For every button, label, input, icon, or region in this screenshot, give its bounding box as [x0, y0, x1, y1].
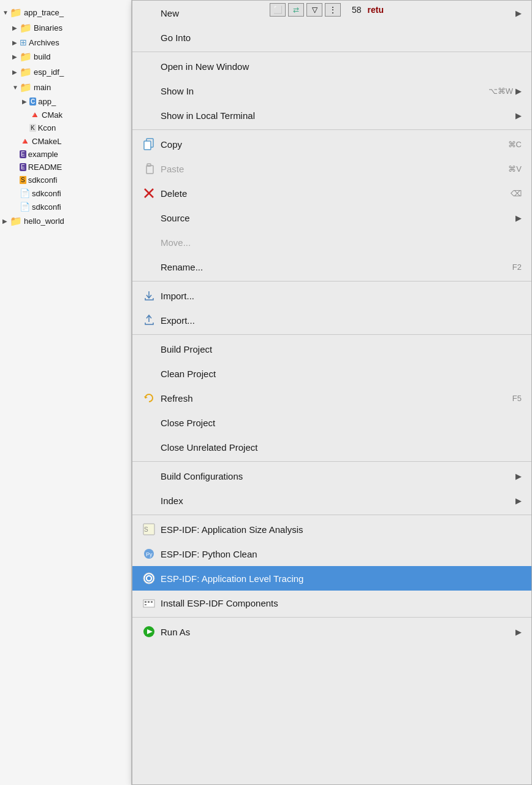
menu-separator [132, 461, 531, 462]
menu-item-close_unrelated[interactable]: Close Unrelated Project [132, 435, 531, 459]
svg-rect-3 [147, 164, 151, 166]
tree-label: sdkconfi [32, 202, 61, 212]
tree-item-sdkconfi3[interactable]: 📄sdkconfi [0, 200, 131, 213]
submenu-arrow-icon: ▶ [515, 472, 522, 481]
menu-item-show_in[interactable]: Show In⌥⌘W▶ [132, 78, 531, 103]
toolbar: ⬜ ⇄ ▽ ⋮ 58 retu [270, 0, 384, 20]
menu-item-move[interactable]: Move... [132, 230, 531, 255]
menu-item-esp_app_trace[interactable]: ESP-IDF: Application Level Tracing [132, 566, 531, 591]
svg-rect-18 [148, 601, 150, 603]
menu-item-build_configs[interactable]: Build Configurations▶ [132, 464, 531, 488]
esp-python-icon: Py [142, 547, 156, 561]
menu-item-index[interactable]: Index▶ [132, 488, 531, 513]
menu-item-go_into[interactable]: Go Into [132, 25, 531, 50]
menu-item-refresh[interactable]: RefreshF5 [132, 386, 531, 410]
submenu-arrow-icon: ▶ [515, 111, 522, 120]
menu-item-esp_install[interactable]: Install ESP-IDF Components [132, 591, 531, 615]
tree-label: Binaries [34, 23, 63, 33]
line-number: 58 [352, 5, 362, 15]
tree-item-app_trace[interactable]: ▼📁app_trace_ [0, 5, 131, 20]
tree-label: example [28, 150, 58, 159]
svg-rect-2 [146, 166, 153, 174]
tree-item-build[interactable]: ▶📁build [0, 49, 131, 64]
tree-label: main [34, 83, 51, 92]
menu-item-copy[interactable]: Copy⌘C [132, 132, 531, 156]
menu-item-close_project[interactable]: Close Project [132, 410, 531, 435]
menu-item-source[interactable]: Source▶ [132, 205, 531, 230]
menu-item-label: Clean Project [161, 369, 522, 379]
toolbar-btn-1[interactable]: ⬜ [270, 3, 286, 17]
esp-size-icon: S [142, 523, 156, 536]
tree-item-cmakel[interactable]: 🔺CMakeL [0, 134, 131, 148]
tree-item-cmake_main[interactable]: 🔺CMak [0, 108, 131, 121]
menu-item-open_new_window[interactable]: Open in New Window [132, 54, 531, 78]
menu-item-label: Close Unrelated Project [161, 442, 522, 453]
menu-item-label: Export... [161, 315, 522, 326]
menu-item-label: Import... [161, 291, 522, 301]
menu-item-label: ESP-IDF: Python Clean [161, 549, 522, 559]
menu-separator [132, 52, 531, 52]
menu-shortcut: ⌥⌘W [488, 86, 513, 96]
menu-item-esp_app_size[interactable]: SESP-IDF: Application Size Analysis [132, 517, 531, 542]
tree-label: sdkconfi [32, 189, 61, 198]
menu-item-clean_project[interactable]: Clean Project [132, 361, 531, 386]
copy-icon [142, 137, 156, 151]
tree-label: esp_idf_ [34, 67, 64, 77]
tree-item-main[interactable]: ▼📁main [0, 80, 131, 95]
menu-item-label: ESP-IDF: Application Level Tracing [161, 573, 522, 584]
svg-rect-1 [144, 141, 151, 150]
tree-label: app_trace_ [24, 8, 64, 17]
svg-rect-19 [151, 601, 153, 603]
tree-item-readme[interactable]: EREADME [0, 161, 131, 174]
no-icon [142, 416, 156, 429]
toolbar-btn-4[interactable]: ⋮ [325, 3, 341, 17]
toolbar-btn-2[interactable]: ⇄ [288, 3, 304, 17]
delete-icon [142, 186, 156, 200]
no-icon [142, 260, 156, 274]
tree-item-sdkconfi1[interactable]: Ssdkconfi [0, 174, 131, 186]
menu-separator [132, 515, 531, 515]
toolbar-btn-3[interactable]: ▽ [306, 3, 322, 17]
menu-item-esp_python_clean[interactable]: PyESP-IDF: Python Clean [132, 542, 531, 566]
menu-item-label: Rename... [161, 262, 507, 272]
tree-item-sdkconfi2[interactable]: 📄sdkconfi [0, 186, 131, 200]
tree-item-example[interactable]: Eexample [0, 148, 131, 161]
menu-separator [132, 281, 531, 281]
tree-item-kcon[interactable]: KKcon [0, 121, 131, 134]
menu-item-paste[interactable]: Paste⌘V [132, 156, 531, 181]
menu-item-label: ESP-IDF: Application Size Analysis [161, 524, 522, 535]
submenu-arrow-icon: ▶ [515, 9, 522, 18]
tree-item-binaries[interactable]: ▶📁Binaries [0, 20, 131, 36]
return-text: retu [368, 5, 384, 15]
menu-item-delete[interactable]: Delete⌫ [132, 181, 531, 205]
menu-item-label: Go Into [161, 33, 522, 43]
import-icon [142, 289, 156, 302]
menu-item-label: Delete [161, 188, 506, 199]
run-icon [142, 625, 156, 638]
tree-label: app_ [38, 97, 56, 106]
menu-item-export[interactable]: Export... [132, 308, 531, 332]
menu-item-rename[interactable]: Rename...F2 [132, 255, 531, 279]
file-tree: ▼📁app_trace_▶📁Binaries▶⊞Archives▶📁build▶… [0, 0, 132, 785]
menu-item-run_as[interactable]: Run As▶ [132, 619, 531, 644]
menu-item-label: Build Project [161, 344, 522, 354]
tree-item-esp_idf[interactable]: ▶📁esp_idf_ [0, 64, 131, 80]
menu-item-label: Run As [161, 627, 513, 637]
tree-label: build [34, 52, 50, 61]
submenu-arrow-icon: ▶ [515, 86, 522, 96]
menu-item-show_local_terminal[interactable]: Show in Local Terminal▶ [132, 103, 531, 128]
tree-label: CMak [42, 110, 63, 120]
svg-point-14 [147, 576, 151, 580]
tree-item-hello_world[interactable]: ▶📁hello_world [0, 213, 131, 229]
menu-item-label: Copy [161, 139, 503, 150]
no-icon [142, 494, 156, 507]
tree-item-app_c[interactable]: ▶Capp_ [0, 95, 131, 108]
menu-item-build_project[interactable]: Build Project [132, 337, 531, 361]
no-icon [142, 31, 156, 44]
menu-shortcut: ⌘V [508, 164, 522, 174]
no-icon [142, 367, 156, 380]
menu-shortcut: ⌘C [508, 140, 522, 149]
tree-item-archives[interactable]: ▶⊞Archives [0, 36, 131, 49]
menu-item-import[interactable]: Import... [132, 283, 531, 308]
submenu-arrow-icon: ▶ [515, 627, 522, 637]
